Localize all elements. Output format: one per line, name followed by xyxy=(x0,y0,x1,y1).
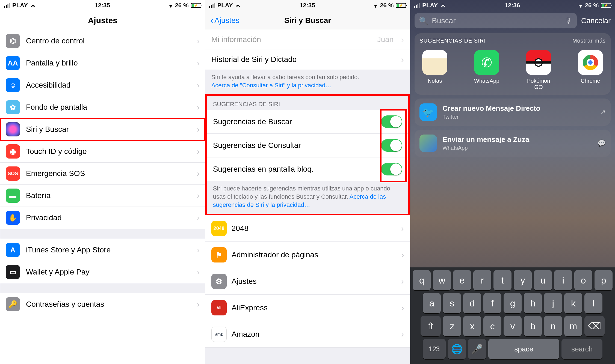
row-privacidad[interactable]: ✋Privacidad› xyxy=(0,207,205,229)
wifi-icon xyxy=(235,2,241,9)
key-t[interactable]: t xyxy=(493,270,511,290)
key-y[interactable]: y xyxy=(514,270,532,290)
key-u[interactable]: u xyxy=(534,270,552,290)
cancel-button[interactable]: Cancelar xyxy=(581,17,611,25)
key-s[interactable]: s xyxy=(443,293,461,313)
battery-icon: ⚡ xyxy=(191,3,201,8)
chevron-right-icon: › xyxy=(401,55,404,64)
app-row-ajustes[interactable]: ⚙Ajustes› xyxy=(205,268,410,295)
key-j[interactable]: j xyxy=(544,293,562,313)
show-more-button[interactable]: Mostrar más xyxy=(572,38,606,44)
row-centro-de-control[interactable]: ⌬Centro de control› xyxy=(0,30,205,52)
app-list: 20482048› ⚑Administrador de páginas› ⚙Aj… xyxy=(205,215,410,348)
app-2048-icon: 2048 xyxy=(211,221,227,236)
chevron-right-icon: › xyxy=(197,36,200,46)
key-x[interactable]: x xyxy=(463,316,481,336)
row-fondo-de-pantalla[interactable]: ✿Fondo de pantalla› xyxy=(0,96,205,118)
action-whatsapp-zuza[interactable]: Enviar un mensaje a Zuza WhatsApp 💬 xyxy=(415,130,611,157)
app-row-2048[interactable]: 20482048› xyxy=(205,215,410,242)
key-b[interactable]: b xyxy=(524,316,542,336)
key-m[interactable]: m xyxy=(564,316,582,336)
key-o[interactable]: o xyxy=(574,270,592,290)
group-gap xyxy=(0,229,205,239)
key-v[interactable]: v xyxy=(504,316,522,336)
battery-row-icon: ▬ xyxy=(6,189,20,203)
accessibility-icon: ☺ xyxy=(6,78,20,92)
text-size-icon: AA xyxy=(6,56,20,70)
signal-icon xyxy=(414,3,420,8)
app-whatsapp[interactable]: ✆WhatsApp xyxy=(471,50,502,90)
key-space[interactable]: space xyxy=(488,339,559,359)
fingerprint-icon: ◉ xyxy=(6,144,20,159)
search-input[interactable]: 🔍 Buscar 🎙 xyxy=(415,13,577,28)
key-globe[interactable]: 🌐 xyxy=(448,339,466,359)
key-e[interactable]: e xyxy=(453,270,471,290)
app-row-amazon[interactable]: amzAmazon› xyxy=(205,321,410,348)
app-notas[interactable]: Notas xyxy=(419,50,450,90)
key-h[interactable]: h xyxy=(524,293,542,313)
key-k[interactable]: k xyxy=(564,293,582,313)
chevron-right-icon: › xyxy=(197,213,200,222)
battery-pct: 26 % xyxy=(380,2,394,9)
app-row-admin-pages[interactable]: ⚑Administrador de páginas› xyxy=(205,242,410,268)
app-aliexpress-icon: Ali xyxy=(211,300,227,315)
chevron-right-icon: › xyxy=(401,250,404,259)
key-d[interactable]: d xyxy=(463,293,481,313)
key-f[interactable]: f xyxy=(483,293,501,313)
row-itunes-store[interactable]: AiTunes Store y App Store› xyxy=(0,239,205,261)
key-i[interactable]: i xyxy=(554,270,572,290)
action-twitter-dm[interactable]: 🐦 Crear nuevo Mensaje Directo Twitter ↗ xyxy=(415,99,611,126)
row-accesibilidad[interactable]: ☺Accesibilidad› xyxy=(0,74,205,96)
row-emergencia[interactable]: SOSEmergencia SOS› xyxy=(0,163,205,185)
search-icon: 🔍 xyxy=(419,16,428,25)
key-123[interactable]: 123 xyxy=(423,339,446,359)
clock: 12:36 xyxy=(505,2,520,9)
toggle-sugerencias-bloqueo[interactable]: Sugerencias en pantalla bloq. xyxy=(207,157,409,181)
key-mic[interactable]: 🎤 xyxy=(468,339,486,359)
key-r[interactable]: r xyxy=(473,270,491,290)
chevron-right-icon: › xyxy=(401,277,404,286)
status-bar: PLAY 12:36 26 % ⚡ xyxy=(410,0,615,11)
app-row-aliexpress[interactable]: AliAliExpress› xyxy=(205,295,410,321)
key-shift[interactable]: ⇧ xyxy=(421,316,441,336)
row-wallet[interactable]: ▭Wallet y Apple Pay› xyxy=(0,261,205,283)
toggle-sugerencias-consultar[interactable]: Sugerencias de Consultar xyxy=(207,134,409,157)
key-w[interactable]: w xyxy=(433,270,451,290)
key-z[interactable]: z xyxy=(443,316,461,336)
kb-row-1: q w e r t y u i o p xyxy=(412,270,613,290)
settings-group-2: AiTunes Store y App Store› ▭Wallet y App… xyxy=(0,239,205,283)
app-pokemon-go[interactable]: Pokémon GO xyxy=(523,50,554,90)
key-p[interactable]: p xyxy=(595,270,613,290)
key-backspace[interactable]: ⌫ xyxy=(584,316,605,336)
key-n[interactable]: n xyxy=(544,316,562,336)
privacy-link-1[interactable]: Acerca de "Consultar a Siri" y la privac… xyxy=(211,82,332,89)
section-footer-1: Siri te ayuda a llevar a cabo tareas con… xyxy=(205,70,410,94)
keyboard: q w e r t y u i o p a s d f g h j k l ⇧ … xyxy=(410,267,615,364)
key-c[interactable]: c xyxy=(483,316,501,336)
key-g[interactable]: g xyxy=(504,293,522,313)
mic-icon[interactable]: 🎙 xyxy=(565,16,572,25)
row-touch-id[interactable]: ◉Touch ID y código› xyxy=(0,141,205,163)
row-siri-y-buscar[interactable]: Siri y Buscar› xyxy=(0,118,205,141)
row-mi-informacion[interactable]: Mi información Juan › xyxy=(205,30,410,49)
key-q[interactable]: q xyxy=(413,270,431,290)
location-icon xyxy=(374,2,378,9)
row-pantalla-y-brillo[interactable]: AAPantalla y brillo› xyxy=(0,52,205,74)
nav-bar: ‹Ajustes Siri y Buscar xyxy=(205,11,410,30)
wifi-icon xyxy=(30,2,36,9)
clock: 12:35 xyxy=(300,2,315,9)
app-chrome[interactable]: Chrome xyxy=(575,50,606,90)
carrier-label: PLAY xyxy=(217,2,233,9)
row-historial-siri[interactable]: Historial de Siri y Dictado › xyxy=(205,49,410,70)
highlighted-suggestions-block: SUGERENCIAS DE SIRI Sugerencias de Busca… xyxy=(205,94,410,215)
pokemon-go-icon xyxy=(526,50,551,75)
key-l[interactable]: l xyxy=(584,293,602,313)
key-search[interactable]: search xyxy=(561,339,602,359)
toggle-sugerencias-buscar[interactable]: Sugerencias de Buscar xyxy=(207,110,409,134)
signal-icon xyxy=(209,3,215,8)
row-contrasenas[interactable]: 🔑Contraseñas y cuentas› xyxy=(0,293,205,315)
chevron-right-icon: › xyxy=(401,35,404,44)
row-bateria[interactable]: ▬Batería› xyxy=(0,185,205,207)
key-a[interactable]: a xyxy=(423,293,441,313)
location-icon xyxy=(579,2,583,9)
